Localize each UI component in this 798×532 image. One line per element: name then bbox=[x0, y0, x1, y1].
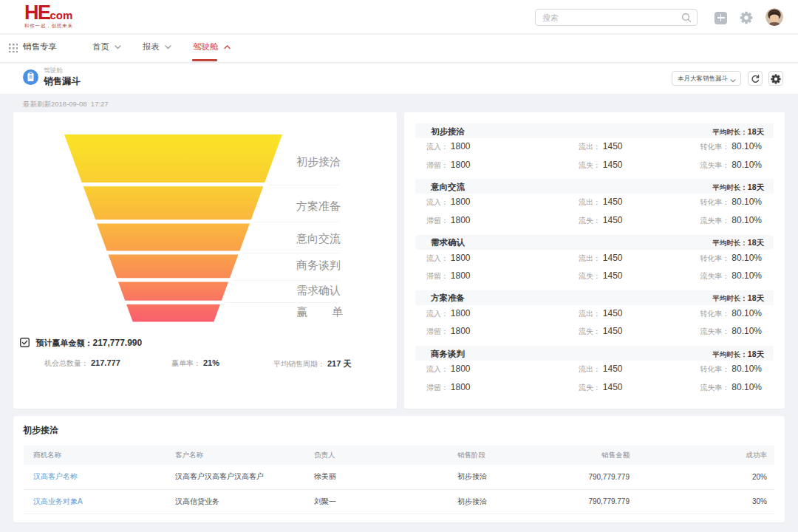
opportunity-link[interactable]: 汉高业务对象A bbox=[24, 489, 166, 514]
settings-button[interactable] bbox=[768, 71, 783, 86]
stat-value: 80.10% bbox=[732, 160, 762, 170]
refresh-button[interactable] bbox=[748, 71, 763, 86]
duration-value: 18天 bbox=[748, 183, 764, 191]
funnel-card: 初步接洽方案准备意向交流商务谈判需求确认赢单 预计赢单金额：217,777.99… bbox=[13, 112, 397, 409]
stat-value: 1450 bbox=[603, 364, 623, 374]
search-input[interactable] bbox=[542, 10, 675, 25]
settings-gear-icon[interactable] bbox=[740, 11, 753, 24]
stat-value: 1800 bbox=[451, 364, 471, 374]
stage-header: 初步接洽平均时长：18天 bbox=[415, 123, 774, 138]
summary-item: 平均销售周期：217 天 bbox=[273, 358, 351, 369]
last-refresh-text: 最新刷新2018-09-08 17:27 bbox=[23, 100, 109, 109]
duration-label: 平均时长： bbox=[712, 350, 748, 358]
stage-stat: 流失： 1450 bbox=[579, 326, 622, 337]
nav-item-home-label: 首页 bbox=[92, 42, 109, 51]
logo-tagline: 和你一起，创想未来 bbox=[24, 23, 73, 30]
stat-label: 流失： bbox=[579, 216, 601, 225]
table-col-header: 成功率 bbox=[637, 446, 774, 465]
stat-label: 流入： bbox=[426, 254, 449, 262]
stat-label: 滞留： bbox=[426, 383, 449, 392]
stage-stat: 流出： 1450 bbox=[579, 197, 622, 208]
stat-value: 80.10% bbox=[732, 197, 762, 207]
nav-item-home[interactable]: 首页 bbox=[92, 41, 121, 52]
funnel-segment[interactable] bbox=[97, 223, 250, 250]
funnel-stage-label: 方案准备 bbox=[296, 200, 343, 212]
funnel-filter-select[interactable]: 本月大客销售漏斗 bbox=[672, 71, 741, 86]
funnel-segment[interactable] bbox=[83, 186, 264, 219]
funnel-segment[interactable] bbox=[64, 134, 282, 183]
stage-stat: 流入： 1800 bbox=[426, 141, 470, 152]
stat-label: 流失： bbox=[579, 383, 601, 392]
stat-label: 流失： bbox=[579, 327, 601, 335]
stat-value: 1450 bbox=[603, 197, 623, 207]
stage-stat: 流失： 1450 bbox=[579, 382, 622, 393]
stage-stat: 流入： 1800 bbox=[426, 197, 470, 208]
stat-value: 1800 bbox=[451, 308, 471, 318]
funnel-stage-label: 需求确认 bbox=[296, 284, 343, 296]
stat-label: 流失率： bbox=[700, 272, 730, 280]
duration-value: 18天 bbox=[748, 293, 764, 302]
stage-stat: 滞留： 1800 bbox=[426, 270, 470, 282]
table-title: 初步接洽 bbox=[23, 424, 58, 437]
table-col-header: 客户名称 bbox=[166, 446, 304, 465]
stat-value: 1800 bbox=[451, 253, 471, 263]
sales-funnel-chart[interactable] bbox=[13, 112, 397, 334]
funnel-row-divider bbox=[243, 253, 339, 253]
stage-stat: 转化率： 80.10% bbox=[700, 308, 762, 319]
stage-stats-card: 初步接洽平均时长：18天流入： 1800流出： 1450转化率： 80.10%滞… bbox=[404, 112, 785, 409]
funnel-stage-label: 意向交流 bbox=[296, 233, 343, 245]
stat-label: 滞留： bbox=[426, 216, 449, 225]
add-button[interactable] bbox=[715, 12, 727, 24]
expected-amount: 预计赢单金额：217,777.990 bbox=[20, 335, 142, 347]
user-avatar[interactable] bbox=[765, 8, 783, 26]
table-cell: 20% bbox=[637, 465, 774, 489]
funnel-segment[interactable] bbox=[126, 304, 220, 322]
funnel-row-divider bbox=[268, 185, 339, 185]
refresh-icon bbox=[750, 74, 760, 84]
stat-value: 80.10% bbox=[732, 215, 762, 225]
stage-header: 意向交流平均时长：18天 bbox=[415, 179, 774, 194]
nav-item-cockpit-label: 驾驶舱 bbox=[193, 42, 219, 51]
opportunity-link[interactable]: 汉高客户名称 bbox=[24, 465, 166, 489]
apps-grid-icon[interactable] bbox=[9, 44, 18, 53]
funnel-segment[interactable] bbox=[109, 255, 239, 279]
table-row: 汉高客户名称汉高客户汉高客户汉高客户徐美丽初步接洽790,779.77920% bbox=[24, 465, 774, 489]
stage-stat: 流入： 1800 bbox=[426, 253, 470, 264]
stage-stat: 流失： 1450 bbox=[579, 160, 622, 171]
table-col-header: 销售金额 bbox=[566, 446, 637, 465]
table-row: 汉高业务对象A汉高信贷业务刘聚一初步接洽790,779.77930% bbox=[24, 489, 774, 514]
stage-stat: 转化率： 80.10% bbox=[700, 253, 762, 264]
search-icon[interactable] bbox=[681, 13, 692, 23]
nav-item-reports[interactable]: 报表 bbox=[143, 41, 171, 52]
funnel-stage-label: 初步接洽 bbox=[296, 156, 343, 168]
stat-label: 流入： bbox=[426, 310, 449, 318]
stat-label: 转化率： bbox=[700, 143, 730, 151]
duration-value: 18天 bbox=[748, 127, 764, 136]
stat-value: 1450 bbox=[603, 326, 623, 336]
table-cell: 徐美丽 bbox=[304, 465, 448, 489]
stage-stat: 流出： 1450 bbox=[579, 364, 622, 375]
active-nav-underline bbox=[192, 59, 217, 61]
table-cell: 790,779.779 bbox=[566, 489, 637, 514]
nav-item-cockpit[interactable]: 驾驶舱 bbox=[193, 41, 231, 52]
duration-label: 平均时长： bbox=[712, 183, 748, 191]
stage-duration: 平均时长：18天 bbox=[712, 183, 764, 193]
stat-value: 80.10% bbox=[732, 253, 762, 263]
duration-value: 18天 bbox=[748, 349, 764, 358]
stage-stat: 流失： 1450 bbox=[579, 215, 622, 226]
summary-item-label: 平均销售周期： bbox=[273, 360, 325, 368]
stat-value: 1450 bbox=[603, 160, 623, 170]
chevron-down-icon bbox=[730, 79, 736, 83]
funnel-segment[interactable] bbox=[118, 282, 228, 301]
avatar-image bbox=[765, 8, 783, 26]
stat-value: 1800 bbox=[451, 326, 471, 336]
stage-block: 需求确认平均时长：18天流入： 1800流出： 1450转化率： 80.10%滞… bbox=[415, 235, 774, 250]
workspace-name[interactable]: 销售专享 bbox=[23, 41, 57, 52]
stat-label: 滞留： bbox=[426, 272, 449, 280]
hecom-logo[interactable]: HEcom 和你一起，创想未来 bbox=[24, 4, 73, 30]
stage-stat: 流失率： 80.10% bbox=[700, 270, 762, 282]
table-cell: 790,779.779 bbox=[566, 465, 637, 489]
stage-header: 方案准备平均时长：18天 bbox=[415, 290, 774, 305]
search-box bbox=[535, 9, 698, 26]
funnel-row-divider bbox=[255, 222, 339, 222]
